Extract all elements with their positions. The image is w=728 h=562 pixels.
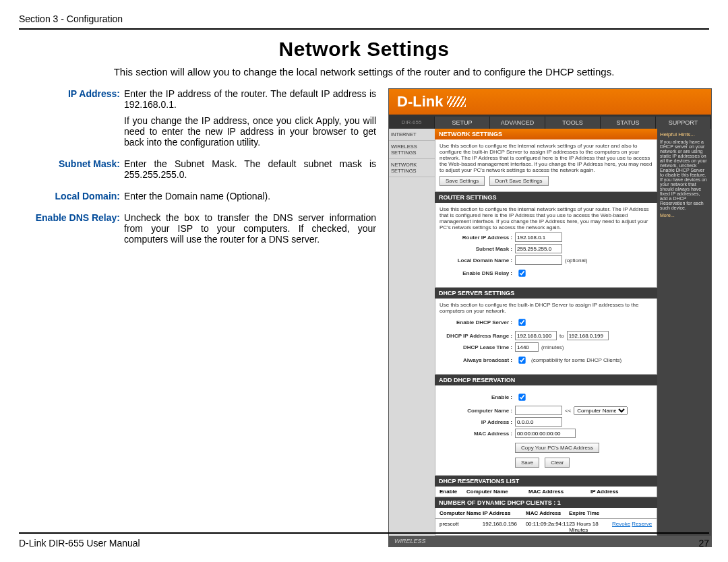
addres-ip-label: IP Address : (439, 419, 512, 425)
panel-router-title: ROUTER SETTINGS (435, 192, 657, 203)
router-ip-input[interactable] (515, 232, 562, 242)
ss-tabs: DIR-655 SETUP ADVANCED TOOLS STATUS SUPP… (389, 117, 711, 129)
arrow-left-icon: << (565, 408, 571, 414)
footer-left: D-Link DIR-655 User Manual (19, 538, 140, 549)
addres-mac-input[interactable] (515, 429, 576, 438)
dhcp-en-label: Enable DHCP Server : (439, 319, 512, 325)
term-dns-relay: Enable DNS Relay: (19, 212, 120, 250)
tab-advanced[interactable]: ADVANCED (490, 117, 545, 129)
side-internet[interactable]: INTERNET (389, 129, 435, 141)
addres-cn-input[interactable] (515, 406, 562, 415)
reslist-h1: Enable (439, 489, 466, 495)
reslist-h3: MAC Address (528, 489, 590, 495)
dnsrelay-check[interactable] (518, 270, 525, 276)
panel-dhcp-title: DHCP SERVER SETTINGS (435, 288, 657, 299)
bcast-label: Always broadcast : (439, 357, 512, 363)
model-label: DIR-655 (389, 117, 435, 129)
dyn-h2: IP Address (483, 510, 526, 516)
panel-addres-body: Enable : Computer Name :<<Computer Name … (435, 385, 657, 476)
reslist-h4: IP Address (590, 489, 653, 495)
reserve-link[interactable]: Reserve (632, 521, 652, 527)
lease-input[interactable] (515, 342, 539, 352)
desc-dns-relay: Uncheck the box to transfer the DNS serv… (124, 212, 376, 245)
bcast-check[interactable] (518, 356, 525, 363)
lease-unit: (minutes) (541, 344, 564, 350)
range-to-word: to (559, 333, 564, 339)
def-ip-address: IP Address: Enter the IP address of the … (19, 88, 376, 153)
term-domain: Local Domain: (19, 191, 120, 207)
desc-domain: Enter the Domain name (Optional). (124, 191, 376, 201)
side-network[interactable]: NETWORK SETTINGS (389, 159, 435, 177)
definitions-column: IP Address: Enter the IP address of the … (19, 88, 376, 547)
reslist-header: Enable Computer Name MAC Address IP Addr… (435, 487, 657, 497)
dont-save-button[interactable]: Don't Save Settings (489, 176, 549, 186)
dyn-h4: Expire Time (569, 510, 612, 516)
panel-network-desc: Use this section to configure the intern… (439, 143, 653, 173)
dhcp-range-from[interactable] (515, 331, 557, 340)
panel-router-desc: Use this section to configure the intern… (439, 206, 653, 230)
addres-save-button[interactable]: Save (515, 458, 539, 468)
desc-ip-p1: Enter the IP address of the router. The … (124, 88, 376, 110)
panel-network-body: Use this section to configure the intern… (435, 139, 657, 192)
addres-ip-input[interactable] (515, 417, 562, 427)
reslist-h2: Computer Name (466, 489, 528, 495)
save-settings-button[interactable]: Save Settings (439, 176, 485, 186)
addres-en-check[interactable] (518, 394, 525, 400)
page-title: Network Settings (19, 38, 709, 61)
def-local-domain: Local Domain: Enter the Domain name (Opt… (19, 191, 376, 207)
hints-body: If you already have a DHCP server on you… (660, 139, 708, 210)
desc-subnet: Enter the Subnet Mask. The default subne… (124, 158, 376, 180)
ss-main: NETWORK SETTINGS Use this section to con… (435, 129, 657, 536)
term-subnet: Subnet Mask: (19, 158, 120, 185)
panel-network-title: NETWORK SETTINGS (435, 129, 657, 139)
tab-setup[interactable]: SETUP (435, 117, 490, 129)
top-rule (19, 28, 709, 30)
hints-title: Helpful Hints... (660, 131, 708, 137)
dyn-header: Computer Name IP Address MAC Address Exp… (435, 508, 657, 519)
dhcp-range-label: DHCP IP Address Range : (439, 333, 512, 339)
subnet-label: Subnet Mask : (439, 246, 512, 252)
revoke-link[interactable]: Revoke (612, 521, 630, 527)
dyn-h1: Computer Name (439, 510, 483, 516)
intro-text: This section will allow you to change th… (19, 66, 709, 77)
brand-stripes-icon (447, 96, 466, 107)
brand-text: D-Link (397, 93, 443, 111)
panel-dhcp-body: Use this section to configure the built-… (435, 299, 657, 375)
copy-mac-button[interactable]: Copy Your PC's MAC Address (515, 443, 599, 453)
term-ip-address: IP Address: (19, 88, 120, 153)
ss-brand-bar: D-Link (389, 89, 711, 117)
addres-mac-label: MAC Address : (439, 431, 512, 437)
panel-addres-title: ADD DHCP RESERVATION (435, 375, 657, 385)
dyn-h3: MAC Address (526, 510, 569, 516)
panel-dyn-title: NUMBER OF DYNAMIC DHCP CLIENTS : 1 (435, 497, 657, 508)
side-wireless[interactable]: WIRELESS SETTINGS (389, 141, 435, 159)
tab-tools[interactable]: TOOLS (545, 117, 601, 129)
dhcp-range-to[interactable] (567, 331, 609, 340)
dnsrelay-label: Enable DNS Relay : (439, 270, 512, 276)
running-header: Section 3 - Configuration (19, 13, 709, 24)
addres-cn-label: Computer Name : (439, 408, 512, 414)
def-dns-relay: Enable DNS Relay: Uncheck the box to tra… (19, 212, 376, 250)
tab-status[interactable]: STATUS (601, 117, 656, 129)
more-link[interactable]: More... (660, 213, 708, 218)
addres-en-label: Enable : (439, 394, 512, 400)
panel-reslist-title: DHCP RESERVATIONS LIST (435, 476, 657, 487)
panel-dhcp-desc: Use this section to configure the built-… (439, 302, 653, 314)
bcast-hint: (compatibility for some DHCP Clients) (531, 357, 621, 363)
footer-right: 27 (698, 538, 709, 549)
addres-clear-button[interactable]: Clear (545, 458, 570, 468)
ss-sidebar: INTERNET WIRELESS SETTINGS NETWORK SETTI… (389, 129, 435, 536)
ss-support-panel: Helpful Hints... If you already have a D… (657, 129, 711, 536)
def-subnet-mask: Subnet Mask: Enter the Subnet Mask. The … (19, 158, 376, 185)
footer: D-Link DIR-655 User Manual 27 (19, 528, 709, 549)
router-ip-label: Router IP Address : (439, 235, 512, 241)
dhcp-en-check[interactable] (518, 319, 525, 325)
domain-hint: (optional) (565, 257, 587, 263)
router-screenshot: D-Link DIR-655 SETUP ADVANCED TOOLS STAT… (388, 88, 712, 547)
screenshot-column: D-Link DIR-655 SETUP ADVANCED TOOLS STAT… (388, 88, 712, 547)
domain-input[interactable] (515, 255, 562, 265)
addres-cn-select[interactable]: Computer Name (574, 406, 628, 415)
tab-support[interactable]: SUPPORT (656, 117, 711, 129)
content-row: IP Address: Enter the IP address of the … (19, 88, 709, 547)
subnet-input[interactable] (515, 244, 562, 253)
